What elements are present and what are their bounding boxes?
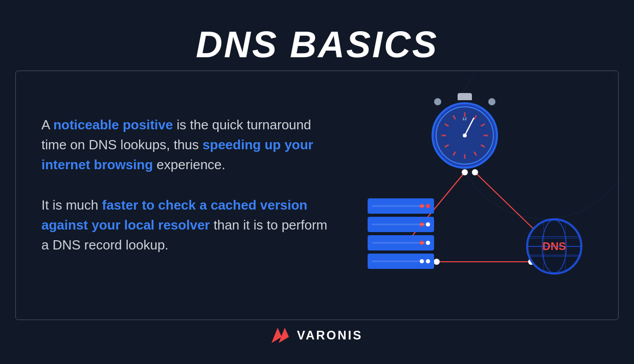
paragraph-1-text-3: experience.: [156, 157, 225, 172]
server-unit-1: [368, 198, 434, 214]
content-box: A noticeable positive is the quick turna…: [15, 71, 619, 320]
server-stack-icon: [368, 198, 434, 272]
svg-text:12: 12: [462, 117, 467, 121]
paragraph-1-highlight-1: noticeable positive: [53, 117, 173, 132]
paragraph-2: It is much faster to check a cached vers…: [41, 195, 337, 255]
svg-point-26: [463, 133, 467, 138]
paragraph-1: A noticeable positive is the quick turna…: [41, 115, 337, 175]
varonis-logo: VARONIS: [271, 328, 363, 343]
server-unit-3: [368, 235, 434, 251]
svg-point-10: [434, 259, 440, 265]
page-title: DNS BASICS: [15, 24, 619, 65]
footer: VARONIS: [271, 320, 363, 351]
stopwatch-icon: 12: [429, 93, 501, 172]
brand-name: VARONIS: [297, 328, 363, 343]
visual-section: 12: [357, 88, 593, 303]
dns-globe-icon: DNS: [526, 218, 582, 275]
text-section: A noticeable positive is the quick turna…: [41, 115, 347, 276]
varonis-icon: [271, 328, 292, 343]
server-unit-4: [368, 254, 434, 269]
paragraph-2-text-1: It is much: [41, 197, 102, 213]
dns-label: DNS: [542, 240, 566, 253]
paragraph-1-text-1: A: [41, 117, 53, 132]
server-unit-2: [368, 217, 434, 232]
